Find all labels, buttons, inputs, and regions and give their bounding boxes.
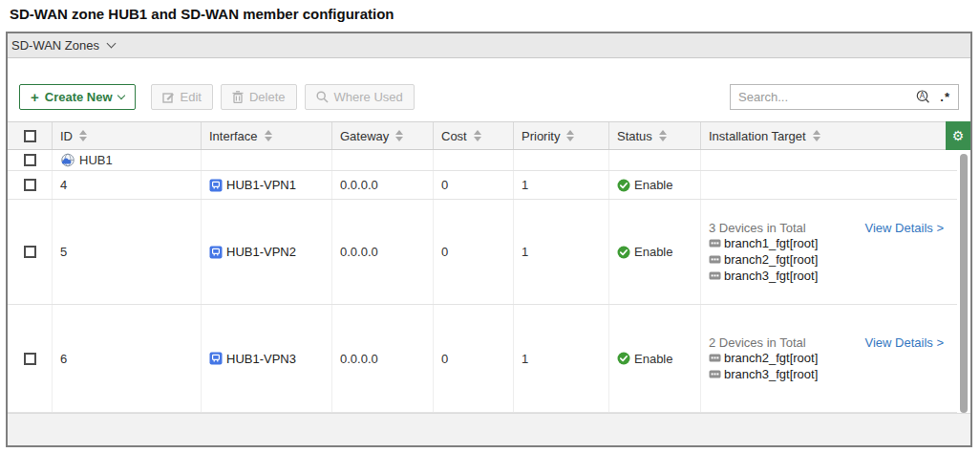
interface-name: HUB1-VPN2 [226, 245, 296, 259]
device-item: branch1_fgt[root] [709, 236, 818, 251]
device-item: branch2_fgt[root] [709, 252, 818, 268]
column-header-cost[interactable]: Cost [434, 122, 514, 149]
row-checkbox[interactable] [24, 246, 36, 258]
device-icon [709, 354, 721, 362]
tunnel-interface-icon [209, 246, 223, 259]
zone-id-cell: HUB1 [53, 150, 202, 170]
create-new-label: Create New [45, 90, 113, 104]
priority-cell: 1 [514, 171, 609, 199]
enable-status-icon [617, 246, 630, 259]
checkbox-cell [8, 171, 53, 199]
priority-cell: 1 [514, 305, 609, 412]
device-item: branch3_fgt[root] [709, 269, 818, 284]
zone-selector-label: SD-WAN Zones [11, 38, 99, 53]
zone-name: HUB1 [79, 153, 113, 167]
column-header-interface[interactable]: Interface [202, 122, 332, 149]
table-footer [8, 413, 970, 445]
column-label: Cost [441, 129, 467, 143]
edit-button[interactable]: Edit [151, 84, 213, 110]
tunnel-interface-icon [209, 352, 223, 365]
checkbox-cell [8, 150, 53, 170]
device-name: branch3_fgt[root] [724, 367, 818, 382]
table-row-member-6[interactable]: 6 HUB1-VPN3 0.0.0.0 0 1 Enable [8, 305, 957, 413]
sort-icon [79, 130, 87, 141]
vertical-scrollbar[interactable] [960, 154, 968, 413]
priority-cell: 1 [514, 200, 609, 304]
search-input[interactable] [738, 90, 906, 104]
regex-icon[interactable]: .* [940, 90, 950, 104]
id-cell: 6 [53, 305, 202, 412]
interface-name: HUB1-VPN1 [226, 178, 296, 192]
chevron-down-icon [117, 92, 124, 99]
column-header-priority[interactable]: Priority [514, 122, 609, 149]
where-used-button[interactable]: Where Used [305, 84, 415, 110]
device-name: branch2_fgt[root] [724, 252, 818, 268]
column-label: Gateway [340, 129, 389, 143]
installation-target-cell: 3 Devices in Total View Details > branch… [701, 200, 957, 304]
id-cell: 4 [53, 171, 202, 199]
cost-cell: 0 [434, 200, 514, 304]
interface-name: HUB1-VPN3 [226, 352, 296, 366]
status-label: Enable [634, 178, 672, 192]
tunnel-interface-icon [209, 179, 223, 192]
row-checkbox[interactable] [24, 154, 36, 166]
column-label: Status [617, 129, 652, 143]
search-box: A .* [730, 84, 959, 110]
where-used-label: Where Used [334, 90, 403, 104]
row-checkbox[interactable] [24, 179, 36, 191]
sort-icon [813, 130, 820, 141]
sort-icon [395, 130, 403, 141]
enable-status-icon [617, 352, 630, 365]
devices-total: 3 Devices in Total [709, 221, 806, 235]
zone-selector[interactable]: SD-WAN Zones [8, 33, 970, 58]
table-row-zone-hub1[interactable]: HUB1 [8, 150, 957, 171]
table-row-member-5[interactable]: 5 HUB1-VPN2 0.0.0.0 0 1 Enable [8, 200, 957, 305]
column-settings-button[interactable]: ⚙ [946, 121, 970, 150]
toolbar: + Create New Edit Delete [8, 58, 970, 121]
delete-button[interactable]: Delete [221, 84, 297, 110]
column-header-installation-target[interactable]: Installation Target [701, 122, 957, 149]
device-name: branch1_fgt[root] [724, 236, 818, 251]
interface-cell: HUB1-VPN3 [202, 305, 332, 412]
view-details-link[interactable]: View Details > [865, 335, 945, 350]
id-cell: 5 [53, 200, 202, 304]
status-label: Enable [634, 245, 672, 259]
delete-label: Delete [249, 90, 286, 104]
trash-icon [232, 91, 244, 103]
column-header-id[interactable]: ID [53, 122, 202, 149]
column-label: Interface [209, 129, 258, 143]
search-icon [316, 91, 329, 103]
gateway-cell: 0.0.0.0 [332, 305, 434, 412]
create-new-button[interactable]: + Create New [19, 84, 136, 110]
device-icon [709, 271, 721, 280]
device-name: branch3_fgt[root] [724, 269, 818, 284]
gateway-cell: 0.0.0.0 [332, 200, 434, 304]
interface-cell: HUB1-VPN1 [202, 171, 332, 199]
sort-icon [566, 130, 574, 141]
select-all-checkbox[interactable] [24, 130, 36, 142]
row-checkbox[interactable] [24, 353, 36, 365]
sort-icon [659, 130, 667, 141]
plus-icon: + [31, 89, 39, 105]
column-label: ID [60, 129, 73, 143]
column-header-status[interactable]: Status [609, 122, 701, 149]
view-details-link[interactable]: View Details > [865, 221, 945, 235]
gear-icon: ⚙ [952, 128, 965, 143]
edit-label: Edit [181, 90, 202, 104]
status-cell: Enable [609, 305, 701, 412]
checkbox-cell [8, 200, 53, 304]
search-attribute-icon[interactable]: A [916, 90, 930, 104]
svg-text:A: A [920, 91, 926, 99]
gateway-cell: 0.0.0.0 [332, 171, 434, 199]
device-name: branch2_fgt[root] [724, 351, 818, 366]
column-header-gateway[interactable]: Gateway [332, 122, 434, 149]
sort-icon [265, 130, 272, 141]
device-icon [709, 370, 721, 378]
status-cell: Enable [609, 171, 701, 199]
sdwan-members-table: ID Interface Gateway Cost Priority Statu… [8, 121, 970, 413]
column-label: Priority [522, 129, 560, 143]
device-icon [709, 239, 721, 248]
checkbox-cell [8, 305, 53, 412]
table-row-member-4[interactable]: 4 HUB1-VPN1 0.0.0.0 0 1 Enable [8, 171, 957, 200]
cost-cell: 0 [434, 171, 514, 199]
